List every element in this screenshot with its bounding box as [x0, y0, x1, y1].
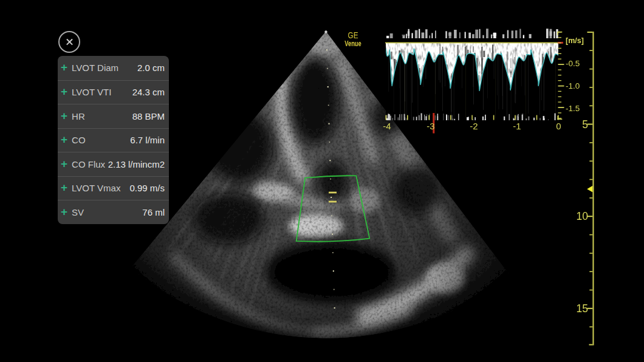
svg-text:GE: GE: [348, 30, 358, 40]
svg-text:[m/s]: [m/s]: [566, 36, 584, 45]
svg-text:-2: -2: [470, 121, 478, 131]
svg-text:-1.0: -1.0: [566, 81, 580, 90]
svg-text:-4: -4: [383, 121, 391, 131]
svg-text:-1.5: -1.5: [566, 104, 580, 113]
svg-text:-3: -3: [426, 121, 434, 131]
svg-text:10: 10: [577, 210, 589, 222]
svg-text:5: 5: [582, 118, 588, 131]
svg-text:-0.5: -0.5: [566, 59, 580, 68]
svg-text:15: 15: [577, 302, 588, 315]
svg-text:0: 0: [556, 121, 561, 131]
svg-text:Venue: Venue: [344, 39, 361, 48]
svg-text:-1: -1: [513, 121, 521, 131]
